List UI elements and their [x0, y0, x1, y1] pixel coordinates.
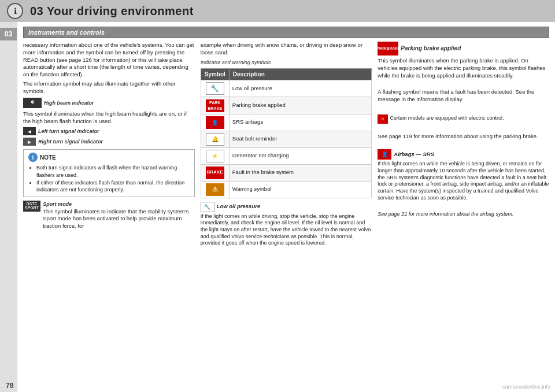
- parking-symbol: PARK BRAKE: [378, 42, 398, 56]
- brake-icon: BRAKE: [206, 167, 224, 179]
- left-turn-icon: ◄: [23, 127, 36, 135]
- sidebar-chapter-active: 03: [0, 28, 17, 40]
- sym-cell-gen: ⚡: [201, 147, 229, 164]
- mid-column: example when driving with snow chains, o…: [201, 42, 372, 387]
- warn-icon: ⚠: [206, 183, 224, 196]
- sym-cell-oil: 🔧: [201, 80, 229, 97]
- left-column: necessary information about one of the v…: [23, 42, 195, 387]
- electric-note-text: Certain models are equipped with electri…: [390, 114, 504, 121]
- col-description: Description: [229, 68, 372, 80]
- right-column: PARK BRAKE Parking brake applied This sy…: [378, 42, 549, 387]
- low-oil-title: Low oil pressure: [217, 203, 261, 210]
- sym-cell-park: PARKBRAKE: [201, 97, 229, 114]
- high-beam-desc: This symbol illuminates when the high be…: [23, 110, 195, 125]
- note-bullet-1: Both turn signal indicators will flash w…: [36, 164, 190, 179]
- table-row: ⚡ Generator not charging: [201, 147, 372, 164]
- sym-cell-warn: ⚠: [201, 181, 229, 198]
- left-turn-label: Left turn signal indicator: [38, 128, 99, 135]
- note-icon: i: [28, 153, 38, 162]
- page-title: 03 Your driving environment: [30, 5, 194, 18]
- oil-icon: 🔧: [206, 82, 224, 95]
- info-text: The information symbol may also illumina…: [23, 80, 195, 95]
- airbag-text: If this light comes on while the vehicle…: [378, 161, 549, 201]
- parking-text-1: This symbol illuminates when the parking…: [378, 57, 549, 79]
- airbag-icon-sym: 👤: [378, 149, 391, 160]
- sym-cell-brake: BRAKE: [201, 164, 229, 181]
- desc-brake: Fault in the brake system: [229, 164, 372, 181]
- right-turn-indicator: ► Right turn signal indicator: [23, 138, 195, 146]
- chapter-sidebar: 03: [0, 22, 17, 392]
- note-list: Both turn signal indicators will flash w…: [28, 164, 190, 193]
- table-row: PARKBRAKE Parking brake applied: [201, 97, 372, 114]
- note-bullet-2: If either of these indicators flash fast…: [36, 179, 190, 194]
- dstc-sport: DSTC SPORT Sport mode This symbol illumi…: [23, 201, 195, 230]
- high-beam-label: High beam indicator: [44, 99, 94, 106]
- low-oil-icon: 🔧: [201, 202, 214, 212]
- table-row: 👤 SRS airbags: [201, 114, 372, 131]
- airbag-see-page: See page 21 for more information about t…: [378, 210, 549, 217]
- electric-note: ⊙ Certain models are equipped with elect…: [378, 114, 549, 124]
- high-beam-icon: ⊕: [23, 98, 42, 108]
- low-oil-section: 🔧 Low oil pressure If the light comes on…: [201, 202, 372, 247]
- low-oil-header: 🔧 Low oil pressure: [201, 202, 372, 212]
- content-area: Instruments and controls necessary infor…: [17, 22, 555, 392]
- main-content: 03 Instruments and controls necessary in…: [0, 22, 555, 392]
- parking-text-2: A flashing symbol means that a fault has…: [378, 88, 549, 103]
- watermark: carmanualonline.info: [502, 384, 550, 390]
- mid-intro: example when driving with snow chains, o…: [201, 42, 372, 57]
- low-oil-text: If the light comes on while driving, sto…: [201, 213, 372, 247]
- table-row: 🔔 Seat belt reminder: [201, 131, 372, 147]
- parking-header: PARK BRAKE Parking brake applied: [378, 42, 549, 56]
- symbol-table: Symbol Description 🔧 Low oil pressure: [201, 68, 372, 198]
- table-row: 🔧 Low oil pressure: [201, 80, 372, 97]
- section-title: Instruments and controls: [23, 27, 549, 38]
- airbag-header: 👤 Airbags — SRS: [378, 149, 549, 160]
- park-icon: PARKBRAKE: [206, 99, 224, 112]
- airbag-title: Airbags — SRS: [394, 151, 434, 158]
- desc-warn: Warning symbol: [229, 181, 372, 198]
- desc-park: Parking brake applied: [229, 97, 372, 114]
- intro-text: necessary information about one of the v…: [23, 42, 195, 79]
- right-turn-label: Right turn signal indicator: [38, 138, 103, 145]
- dstc-label: Sport mode: [43, 201, 72, 207]
- desc-oil: Low oil pressure: [229, 80, 372, 97]
- high-beam-indicator: ⊕ High beam indicator: [23, 98, 195, 108]
- belt-icon: 🔔: [206, 133, 224, 146]
- sym-cell-srs: 👤: [201, 114, 229, 131]
- dstc-desc: This symbol illuminates to indicate that…: [43, 208, 188, 230]
- right-turn-icon: ►: [23, 138, 36, 146]
- dstc-badge: DSTC SPORT: [23, 201, 40, 212]
- desc-belt: Seat belt reminder: [229, 131, 372, 147]
- parking-title: Parking brake applied: [401, 45, 461, 53]
- electric-icon: ⊙: [378, 114, 388, 124]
- desc-gen: Generator not charging: [229, 147, 372, 164]
- table-header-row: Symbol Description: [201, 68, 372, 80]
- table-row: BRAKE Fault in the brake system: [201, 164, 372, 181]
- three-column-layout: necessary information about one of the v…: [23, 42, 549, 387]
- gen-icon: ⚡: [206, 150, 224, 162]
- note-title: i NOTE: [28, 153, 190, 162]
- desc-srs: SRS airbags: [229, 114, 372, 131]
- dstc-text: Sport mode This symbol illuminates to in…: [43, 201, 195, 230]
- page-header: ℹ 03 Your driving environment: [0, 0, 555, 22]
- left-turn-indicator: ◄ Left turn signal indicator: [23, 127, 195, 135]
- table-row: ⚠ Warning symbol: [201, 181, 372, 198]
- srs-icon: 👤: [206, 116, 224, 129]
- page-ref: See page 119 for more information about …: [378, 133, 549, 140]
- sym-cell-belt: 🔔: [201, 131, 229, 147]
- table-title: Indicator and warning symbols: [201, 59, 372, 66]
- page-number: 78: [6, 382, 13, 390]
- col-symbol: Symbol: [201, 68, 229, 80]
- chapter-icon: ℹ: [7, 3, 23, 19]
- note-box: i NOTE Both turn signal indicators will …: [23, 149, 195, 197]
